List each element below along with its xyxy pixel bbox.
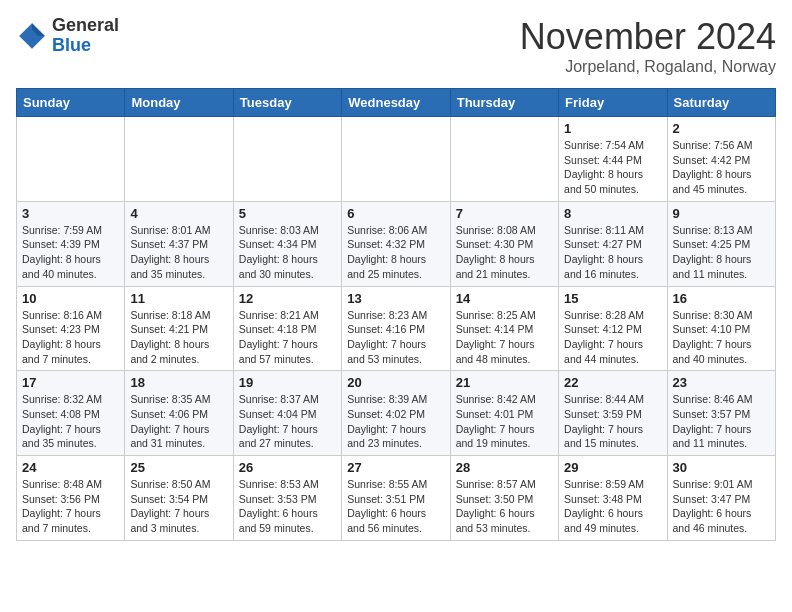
day-info: Sunrise: 8:39 AM Sunset: 4:02 PM Dayligh… [347, 392, 444, 451]
calendar-header-row: Sunday Monday Tuesday Wednesday Thursday… [17, 89, 776, 117]
table-row [233, 117, 341, 202]
day-info: Sunrise: 8:59 AM Sunset: 3:48 PM Dayligh… [564, 477, 661, 536]
col-monday: Monday [125, 89, 233, 117]
day-info: Sunrise: 7:59 AM Sunset: 4:39 PM Dayligh… [22, 223, 119, 282]
table-row: 30Sunrise: 9:01 AM Sunset: 3:47 PM Dayli… [667, 456, 775, 541]
table-row: 29Sunrise: 8:59 AM Sunset: 3:48 PM Dayli… [559, 456, 667, 541]
day-info: Sunrise: 8:37 AM Sunset: 4:04 PM Dayligh… [239, 392, 336, 451]
day-number: 2 [673, 121, 770, 136]
logo: General Blue [16, 16, 119, 56]
header: General Blue November 2024 Jorpeland, Ro… [16, 16, 776, 76]
table-row: 3Sunrise: 7:59 AM Sunset: 4:39 PM Daylig… [17, 201, 125, 286]
day-info: Sunrise: 8:03 AM Sunset: 4:34 PM Dayligh… [239, 223, 336, 282]
day-number: 30 [673, 460, 770, 475]
logo-general-text: General [52, 15, 119, 35]
day-number: 6 [347, 206, 444, 221]
day-number: 10 [22, 291, 119, 306]
day-number: 4 [130, 206, 227, 221]
day-number: 25 [130, 460, 227, 475]
location: Jorpeland, Rogaland, Norway [520, 58, 776, 76]
day-info: Sunrise: 8:32 AM Sunset: 4:08 PM Dayligh… [22, 392, 119, 451]
day-info: Sunrise: 7:56 AM Sunset: 4:42 PM Dayligh… [673, 138, 770, 197]
day-info: Sunrise: 7:54 AM Sunset: 4:44 PM Dayligh… [564, 138, 661, 197]
day-number: 11 [130, 291, 227, 306]
day-number: 29 [564, 460, 661, 475]
table-row: 24Sunrise: 8:48 AM Sunset: 3:56 PM Dayli… [17, 456, 125, 541]
day-number: 1 [564, 121, 661, 136]
month-title: November 2024 [520, 16, 776, 58]
day-number: 19 [239, 375, 336, 390]
table-row: 18Sunrise: 8:35 AM Sunset: 4:06 PM Dayli… [125, 371, 233, 456]
table-row: 21Sunrise: 8:42 AM Sunset: 4:01 PM Dayli… [450, 371, 558, 456]
day-number: 27 [347, 460, 444, 475]
day-info: Sunrise: 8:57 AM Sunset: 3:50 PM Dayligh… [456, 477, 553, 536]
table-row: 22Sunrise: 8:44 AM Sunset: 3:59 PM Dayli… [559, 371, 667, 456]
day-info: Sunrise: 8:01 AM Sunset: 4:37 PM Dayligh… [130, 223, 227, 282]
table-row: 5Sunrise: 8:03 AM Sunset: 4:34 PM Daylig… [233, 201, 341, 286]
day-info: Sunrise: 8:44 AM Sunset: 3:59 PM Dayligh… [564, 392, 661, 451]
day-info: Sunrise: 8:55 AM Sunset: 3:51 PM Dayligh… [347, 477, 444, 536]
table-row: 15Sunrise: 8:28 AM Sunset: 4:12 PM Dayli… [559, 286, 667, 371]
day-info: Sunrise: 8:21 AM Sunset: 4:18 PM Dayligh… [239, 308, 336, 367]
day-number: 15 [564, 291, 661, 306]
day-number: 20 [347, 375, 444, 390]
day-number: 7 [456, 206, 553, 221]
day-info: Sunrise: 8:16 AM Sunset: 4:23 PM Dayligh… [22, 308, 119, 367]
table-row: 27Sunrise: 8:55 AM Sunset: 3:51 PM Dayli… [342, 456, 450, 541]
table-row: 26Sunrise: 8:53 AM Sunset: 3:53 PM Dayli… [233, 456, 341, 541]
day-number: 23 [673, 375, 770, 390]
table-row: 9Sunrise: 8:13 AM Sunset: 4:25 PM Daylig… [667, 201, 775, 286]
day-info: Sunrise: 8:11 AM Sunset: 4:27 PM Dayligh… [564, 223, 661, 282]
table-row: 13Sunrise: 8:23 AM Sunset: 4:16 PM Dayli… [342, 286, 450, 371]
logo-icon [16, 20, 48, 52]
table-row: 19Sunrise: 8:37 AM Sunset: 4:04 PM Dayli… [233, 371, 341, 456]
col-saturday: Saturday [667, 89, 775, 117]
day-number: 9 [673, 206, 770, 221]
table-row: 6Sunrise: 8:06 AM Sunset: 4:32 PM Daylig… [342, 201, 450, 286]
day-number: 13 [347, 291, 444, 306]
day-number: 3 [22, 206, 119, 221]
day-number: 21 [456, 375, 553, 390]
day-number: 17 [22, 375, 119, 390]
day-number: 16 [673, 291, 770, 306]
calendar: Sunday Monday Tuesday Wednesday Thursday… [16, 88, 776, 541]
table-row: 12Sunrise: 8:21 AM Sunset: 4:18 PM Dayli… [233, 286, 341, 371]
day-info: Sunrise: 8:08 AM Sunset: 4:30 PM Dayligh… [456, 223, 553, 282]
table-row: 23Sunrise: 8:46 AM Sunset: 3:57 PM Dayli… [667, 371, 775, 456]
day-info: Sunrise: 8:25 AM Sunset: 4:14 PM Dayligh… [456, 308, 553, 367]
table-row [125, 117, 233, 202]
day-info: Sunrise: 8:50 AM Sunset: 3:54 PM Dayligh… [130, 477, 227, 536]
calendar-week-row: 17Sunrise: 8:32 AM Sunset: 4:08 PM Dayli… [17, 371, 776, 456]
col-friday: Friday [559, 89, 667, 117]
day-info: Sunrise: 8:30 AM Sunset: 4:10 PM Dayligh… [673, 308, 770, 367]
day-number: 18 [130, 375, 227, 390]
day-number: 22 [564, 375, 661, 390]
table-row: 20Sunrise: 8:39 AM Sunset: 4:02 PM Dayli… [342, 371, 450, 456]
day-info: Sunrise: 8:42 AM Sunset: 4:01 PM Dayligh… [456, 392, 553, 451]
day-info: Sunrise: 8:35 AM Sunset: 4:06 PM Dayligh… [130, 392, 227, 451]
table-row: 10Sunrise: 8:16 AM Sunset: 4:23 PM Dayli… [17, 286, 125, 371]
table-row: 17Sunrise: 8:32 AM Sunset: 4:08 PM Dayli… [17, 371, 125, 456]
table-row: 25Sunrise: 8:50 AM Sunset: 3:54 PM Dayli… [125, 456, 233, 541]
table-row: 28Sunrise: 8:57 AM Sunset: 3:50 PM Dayli… [450, 456, 558, 541]
table-row: 8Sunrise: 8:11 AM Sunset: 4:27 PM Daylig… [559, 201, 667, 286]
calendar-week-row: 1Sunrise: 7:54 AM Sunset: 4:44 PM Daylig… [17, 117, 776, 202]
table-row: 4Sunrise: 8:01 AM Sunset: 4:37 PM Daylig… [125, 201, 233, 286]
day-number: 28 [456, 460, 553, 475]
table-row: 11Sunrise: 8:18 AM Sunset: 4:21 PM Dayli… [125, 286, 233, 371]
day-info: Sunrise: 8:48 AM Sunset: 3:56 PM Dayligh… [22, 477, 119, 536]
title-area: November 2024 Jorpeland, Rogaland, Norwa… [520, 16, 776, 76]
col-wednesday: Wednesday [342, 89, 450, 117]
col-tuesday: Tuesday [233, 89, 341, 117]
day-info: Sunrise: 9:01 AM Sunset: 3:47 PM Dayligh… [673, 477, 770, 536]
table-row: 7Sunrise: 8:08 AM Sunset: 4:30 PM Daylig… [450, 201, 558, 286]
day-number: 5 [239, 206, 336, 221]
calendar-week-row: 3Sunrise: 7:59 AM Sunset: 4:39 PM Daylig… [17, 201, 776, 286]
calendar-week-row: 10Sunrise: 8:16 AM Sunset: 4:23 PM Dayli… [17, 286, 776, 371]
day-info: Sunrise: 8:28 AM Sunset: 4:12 PM Dayligh… [564, 308, 661, 367]
table-row [342, 117, 450, 202]
col-sunday: Sunday [17, 89, 125, 117]
table-row [17, 117, 125, 202]
day-info: Sunrise: 8:23 AM Sunset: 4:16 PM Dayligh… [347, 308, 444, 367]
day-number: 14 [456, 291, 553, 306]
